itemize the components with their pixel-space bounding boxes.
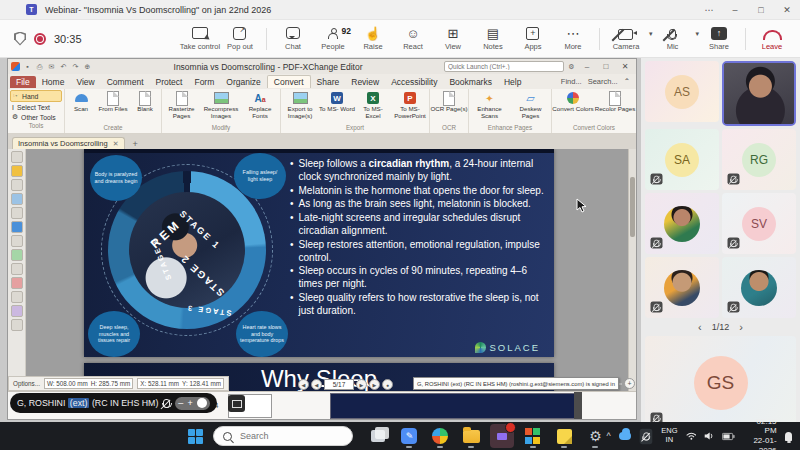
last-page-button[interactable]: ▶ — [369, 379, 380, 390]
document-view[interactable]: REM STAGE 1 STAGE 2 STAGE 3 STAGE 4 Body… — [26, 149, 628, 391]
collapse-ribbon-icon[interactable]: ⌃ — [624, 77, 630, 86]
battery-icon[interactable] — [722, 432, 734, 441]
menu-tab-protect[interactable]: Protect — [150, 76, 189, 88]
participant-tile-as[interactable]: AS — [645, 61, 719, 122]
search-button[interactable]: Search... — [588, 77, 618, 86]
convert-colors-button[interactable]: Convert Colors — [552, 91, 594, 113]
ocr-pages-button[interactable]: OCR Page(s) — [430, 91, 468, 113]
enhance-scans-button[interactable]: ✦ Enhance Scans — [469, 91, 510, 120]
participant-tile-photo-2[interactable] — [645, 257, 719, 318]
to-ms-powerpoint-button[interactable]: P To MS- PowerPoint — [391, 91, 429, 120]
pdf-minimize-button[interactable]: – — [579, 62, 595, 71]
clock[interactable]: 02:15 PM22-01-2026 — [743, 417, 777, 450]
from-files-button[interactable]: From Files — [97, 91, 129, 113]
zoom-in-button[interactable]: + — [624, 378, 635, 389]
redo-icon[interactable]: ↷ — [71, 62, 80, 71]
start-button[interactable] — [188, 429, 203, 444]
annotation-tool-icon[interactable] — [11, 193, 23, 205]
hand-tool[interactable]: ☞ Hand — [10, 90, 62, 102]
new-tab-button[interactable]: + — [129, 139, 142, 149]
edge-browser-app[interactable] — [429, 424, 451, 448]
more-button[interactable]: ⋯ More — [553, 26, 593, 51]
select-text-tool[interactable]: I Select Text — [10, 102, 62, 112]
sticky-notes-app[interactable] — [553, 424, 575, 448]
language-indicator[interactable]: ENGIN — [661, 427, 677, 444]
leave-button[interactable]: Leave — [752, 26, 792, 51]
menu-tab-form[interactable]: Form — [188, 76, 220, 88]
notifications-bell-icon[interactable] — [785, 432, 792, 441]
chat-button[interactable]: Chat — [273, 26, 313, 51]
menu-tab-organize[interactable]: Organize — [220, 76, 267, 88]
annotation-tool-icon[interactable] — [11, 277, 23, 289]
annotation-tool-icon[interactable] — [11, 151, 23, 163]
taskbar-search[interactable] — [213, 426, 353, 446]
annotation-tool-icon[interactable] — [11, 207, 23, 219]
people-button[interactable]: 92 People — [313, 26, 353, 51]
page-indicator[interactable]: 5/17 — [324, 379, 354, 390]
annotation-tool-icon[interactable] — [11, 319, 23, 331]
menu-tab-convert[interactable]: Convert — [267, 75, 311, 88]
overlay-toggle-knob[interactable] — [197, 398, 207, 408]
annotation-tool-icon[interactable] — [11, 291, 23, 303]
annotation-tool-icon[interactable] — [11, 305, 23, 317]
scrollbar-thumb[interactable] — [630, 177, 635, 237]
vertical-scrollbar[interactable] — [628, 149, 636, 391]
export-to-images-button[interactable]: Export to Image(s) — [281, 91, 319, 120]
teams-chat-app[interactable]: ✎ — [398, 424, 420, 448]
pager-prev-icon[interactable]: ‹ — [698, 321, 702, 333]
page-5-thumbnail[interactable] — [330, 393, 580, 419]
annotation-tool-icon[interactable] — [11, 221, 23, 233]
pdf-maximize-button[interactable]: □ — [598, 62, 614, 71]
page-options-button[interactable]: ● — [382, 379, 393, 390]
menu-tab-help[interactable]: Help — [498, 76, 527, 88]
tray-expand-icon[interactable]: ^ — [606, 431, 610, 441]
annotation-tool-icon[interactable] — [11, 165, 23, 177]
settings-app[interactable]: ⚙ — [584, 424, 606, 448]
annotation-tool-icon[interactable] — [11, 263, 23, 275]
onedrive-icon[interactable] — [619, 432, 631, 440]
participant-tile-photo-3[interactable] — [722, 257, 796, 318]
participant-tile-rg[interactable]: RG — [722, 129, 796, 190]
options-button[interactable]: Options... — [13, 380, 40, 387]
pdf-close-button[interactable]: ✕ — [617, 62, 633, 71]
wifi-icon[interactable] — [686, 431, 697, 441]
zoom-out-button[interactable]: – — [178, 398, 183, 408]
participant-tile-photo-1[interactable] — [645, 193, 719, 254]
add-icon[interactable]: ⊕ — [83, 62, 92, 71]
replace-fonts-button[interactable]: Aa Replace Fonts — [241, 91, 279, 120]
raise-hand-button[interactable]: ☝ Raise — [353, 26, 393, 51]
launch-options-icon[interactable]: ⚙ — [567, 62, 576, 71]
menu-tab-bookmarks[interactable]: Bookmarks — [443, 76, 498, 88]
self-tile-gs[interactable]: GS — [645, 336, 796, 429]
window-more-button[interactable]: ⋯ — [696, 0, 722, 20]
presenter-window-button[interactable] — [228, 395, 245, 412]
next-page-button[interactable]: ▶ — [356, 379, 367, 390]
task-view-button[interactable] — [367, 424, 389, 448]
view-button[interactable]: ⊞ View — [433, 26, 473, 51]
volume-icon[interactable] — [704, 431, 714, 441]
zoom-in-button[interactable]: + — [187, 398, 192, 408]
undo-icon[interactable]: ↶ — [59, 62, 68, 71]
recolor-pages-button[interactable]: Recolor Pages — [594, 91, 636, 113]
find-button[interactable]: Find... — [561, 77, 582, 86]
mail-icon[interactable]: ✉ — [47, 62, 56, 71]
apps-button[interactable]: + Apps — [513, 26, 553, 51]
maximize-button[interactable]: □ — [748, 0, 774, 20]
save-icon[interactable]: ▪ — [23, 62, 32, 71]
file-explorer-app[interactable] — [460, 424, 482, 448]
menu-tab-file[interactable]: File — [10, 76, 36, 88]
participant-tile-sv[interactable]: SV — [722, 193, 796, 254]
other-tools-dropdown[interactable]: ⚙ Other Tools — [10, 112, 62, 122]
mic-button[interactable]: Mic — [652, 26, 692, 51]
recompress-images-button[interactable]: Recompress Images — [201, 91, 241, 120]
menu-tab-share[interactable]: Share — [311, 76, 346, 88]
notes-button[interactable]: ▤ Notes — [473, 26, 513, 51]
thumbnails-scrollbar[interactable] — [574, 392, 582, 419]
to-ms-excel-button[interactable]: X To MS- Excel — [355, 91, 391, 120]
pop-out-button[interactable]: Pop out — [220, 26, 260, 51]
m365-app[interactable] — [522, 424, 544, 448]
print-icon[interactable]: ⎙ — [35, 62, 44, 71]
close-tab-icon[interactable]: ✕ — [113, 140, 119, 148]
close-button[interactable]: ✕ — [774, 0, 800, 20]
participant-tile-video[interactable] — [722, 61, 796, 126]
